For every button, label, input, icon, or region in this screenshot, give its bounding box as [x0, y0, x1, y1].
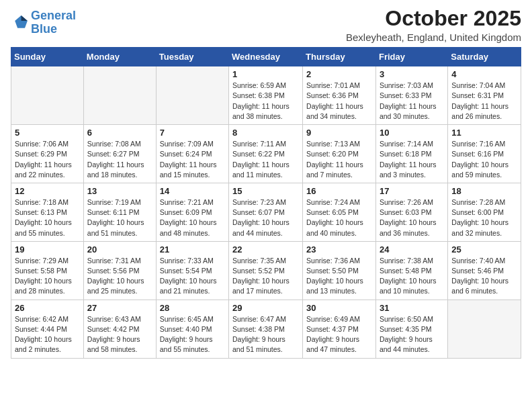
day-number: 20	[87, 244, 152, 255]
day-cell: 8Sunrise: 7:11 AMSunset: 6:22 PMDaylight…	[229, 125, 303, 183]
day-info: Sunrise: 6:42 AMSunset: 4:44 PMDaylight:…	[15, 314, 80, 355]
day-info: Sunrise: 7:13 AMSunset: 6:20 PMDaylight:…	[306, 139, 372, 180]
day-cell: 3Sunrise: 7:03 AMSunset: 6:33 PMDaylight…	[375, 66, 447, 125]
day-number: 18	[451, 186, 517, 196]
day-info: Sunrise: 7:14 AMSunset: 6:18 PMDaylight:…	[380, 139, 444, 180]
col-friday: Friday	[375, 48, 447, 66]
day-number: 17	[380, 186, 444, 196]
day-cell: 25Sunrise: 7:40 AMSunset: 5:46 PMDayligh…	[448, 241, 521, 300]
day-cell: 10Sunrise: 7:14 AMSunset: 6:18 PMDayligh…	[375, 125, 447, 183]
day-info: Sunrise: 7:18 AMSunset: 6:13 PMDaylight:…	[15, 197, 80, 238]
logo: General Blue	[11, 9, 76, 36]
day-cell: 16Sunrise: 7:24 AMSunset: 6:05 PMDayligh…	[303, 183, 376, 241]
day-number: 12	[15, 186, 80, 196]
day-number: 23	[306, 244, 372, 255]
day-info: Sunrise: 6:49 AMSunset: 4:37 PMDaylight:…	[306, 314, 372, 355]
day-cell	[11, 66, 84, 125]
day-number: 15	[232, 186, 299, 196]
day-number: 30	[306, 303, 372, 313]
day-info: Sunrise: 7:29 AMSunset: 5:58 PMDaylight:…	[15, 256, 80, 297]
day-cell: 27Sunrise: 6:43 AMSunset: 4:42 PMDayligh…	[83, 300, 156, 358]
day-number: 10	[380, 128, 444, 138]
day-number: 6	[87, 128, 152, 138]
day-number: 19	[15, 244, 80, 255]
week-row-1: 1Sunrise: 6:59 AMSunset: 6:38 PMDaylight…	[11, 66, 521, 125]
day-cell: 29Sunrise: 6:47 AMSunset: 4:38 PMDayligh…	[229, 300, 303, 358]
day-info: Sunrise: 7:06 AMSunset: 6:29 PMDaylight:…	[15, 139, 80, 180]
day-info: Sunrise: 7:19 AMSunset: 6:11 PMDaylight:…	[87, 197, 152, 238]
day-cell: 14Sunrise: 7:21 AMSunset: 6:09 PMDayligh…	[156, 183, 228, 241]
col-thursday: Thursday	[303, 48, 376, 66]
day-number: 4	[451, 69, 517, 79]
day-cell: 11Sunrise: 7:16 AMSunset: 6:16 PMDayligh…	[448, 125, 521, 183]
day-info: Sunrise: 7:31 AMSunset: 5:56 PMDaylight:…	[87, 256, 152, 297]
day-number: 7	[160, 128, 225, 138]
day-number: 27	[87, 303, 152, 313]
day-cell: 21Sunrise: 7:33 AMSunset: 5:54 PMDayligh…	[156, 241, 228, 300]
day-info: Sunrise: 6:50 AMSunset: 4:35 PMDaylight:…	[380, 314, 444, 355]
day-cell: 12Sunrise: 7:18 AMSunset: 6:13 PMDayligh…	[11, 183, 84, 241]
day-cell: 7Sunrise: 7:09 AMSunset: 6:24 PMDaylight…	[156, 125, 228, 183]
day-cell: 19Sunrise: 7:29 AMSunset: 5:58 PMDayligh…	[11, 241, 84, 300]
day-info: Sunrise: 7:24 AMSunset: 6:05 PMDaylight:…	[306, 197, 372, 238]
day-number: 16	[306, 186, 372, 196]
day-number: 22	[232, 244, 299, 255]
day-cell: 23Sunrise: 7:36 AMSunset: 5:50 PMDayligh…	[303, 241, 376, 300]
day-info: Sunrise: 6:45 AMSunset: 4:40 PMDaylight:…	[160, 314, 225, 355]
week-row-4: 19Sunrise: 7:29 AMSunset: 5:58 PMDayligh…	[11, 241, 521, 300]
col-tuesday: Tuesday	[156, 48, 228, 66]
svg-marker-1	[21, 15, 28, 21]
day-number: 25	[451, 244, 517, 255]
day-info: Sunrise: 7:33 AMSunset: 5:54 PMDaylight:…	[160, 256, 225, 297]
col-monday: Monday	[83, 48, 156, 66]
day-info: Sunrise: 7:23 AMSunset: 6:07 PMDaylight:…	[232, 197, 299, 238]
week-row-2: 5Sunrise: 7:06 AMSunset: 6:29 PMDaylight…	[11, 125, 521, 183]
day-cell: 28Sunrise: 6:45 AMSunset: 4:40 PMDayligh…	[156, 300, 228, 358]
day-info: Sunrise: 7:09 AMSunset: 6:24 PMDaylight:…	[160, 139, 225, 180]
day-cell: 6Sunrise: 7:08 AMSunset: 6:27 PMDaylight…	[83, 125, 156, 183]
day-number: 3	[380, 69, 444, 79]
day-info: Sunrise: 7:26 AMSunset: 6:03 PMDaylight:…	[380, 197, 444, 238]
page: General Blue October 2025 Bexleyheath, E…	[0, 0, 532, 369]
day-cell	[83, 66, 156, 125]
logo-icon	[11, 13, 30, 32]
logo-blue: Blue	[31, 22, 57, 36]
day-cell: 9Sunrise: 7:13 AMSunset: 6:20 PMDaylight…	[303, 125, 376, 183]
day-cell: 17Sunrise: 7:26 AMSunset: 6:03 PMDayligh…	[375, 183, 447, 241]
day-number: 9	[306, 128, 372, 138]
day-cell: 13Sunrise: 7:19 AMSunset: 6:11 PMDayligh…	[83, 183, 156, 241]
day-info: Sunrise: 7:04 AMSunset: 6:31 PMDaylight:…	[451, 81, 517, 122]
day-cell: 31Sunrise: 6:50 AMSunset: 4:35 PMDayligh…	[375, 300, 447, 358]
day-cell: 15Sunrise: 7:23 AMSunset: 6:07 PMDayligh…	[229, 183, 303, 241]
day-info: Sunrise: 7:35 AMSunset: 5:52 PMDaylight:…	[232, 256, 299, 297]
day-info: Sunrise: 7:01 AMSunset: 6:36 PMDaylight:…	[306, 81, 372, 122]
day-info: Sunrise: 6:59 AMSunset: 6:38 PMDaylight:…	[232, 81, 299, 122]
day-cell: 4Sunrise: 7:04 AMSunset: 6:31 PMDaylight…	[448, 66, 521, 125]
logo-text: General Blue	[31, 9, 76, 36]
day-cell: 18Sunrise: 7:28 AMSunset: 6:00 PMDayligh…	[448, 183, 521, 241]
logo-general: General	[31, 9, 76, 22]
day-cell: 24Sunrise: 7:38 AMSunset: 5:48 PMDayligh…	[375, 241, 447, 300]
day-cell	[448, 300, 521, 358]
day-number: 29	[232, 303, 299, 313]
col-sunday: Sunday	[11, 48, 84, 66]
day-info: Sunrise: 6:47 AMSunset: 4:38 PMDaylight:…	[232, 314, 299, 355]
calendar: Sunday Monday Tuesday Wednesday Thursday…	[11, 47, 521, 358]
day-info: Sunrise: 6:43 AMSunset: 4:42 PMDaylight:…	[87, 314, 152, 355]
day-number: 28	[160, 303, 225, 313]
day-info: Sunrise: 7:21 AMSunset: 6:09 PMDaylight:…	[160, 197, 225, 238]
day-number: 24	[380, 244, 444, 255]
day-info: Sunrise: 7:40 AMSunset: 5:46 PMDaylight:…	[451, 256, 517, 297]
day-number: 5	[15, 128, 80, 138]
week-row-3: 12Sunrise: 7:18 AMSunset: 6:13 PMDayligh…	[11, 183, 521, 241]
header: General Blue October 2025 Bexleyheath, E…	[11, 7, 521, 43]
month-title: October 2025	[346, 7, 521, 30]
col-saturday: Saturday	[448, 48, 521, 66]
day-info: Sunrise: 7:36 AMSunset: 5:50 PMDaylight:…	[306, 256, 372, 297]
col-wednesday: Wednesday	[229, 48, 303, 66]
day-cell: 2Sunrise: 7:01 AMSunset: 6:36 PMDaylight…	[303, 66, 376, 125]
day-number: 1	[232, 69, 299, 79]
calendar-header-row: Sunday Monday Tuesday Wednesday Thursday…	[11, 48, 521, 66]
day-info: Sunrise: 7:28 AMSunset: 6:00 PMDaylight:…	[451, 197, 517, 238]
location: Bexleyheath, England, United Kingdom	[346, 32, 521, 43]
